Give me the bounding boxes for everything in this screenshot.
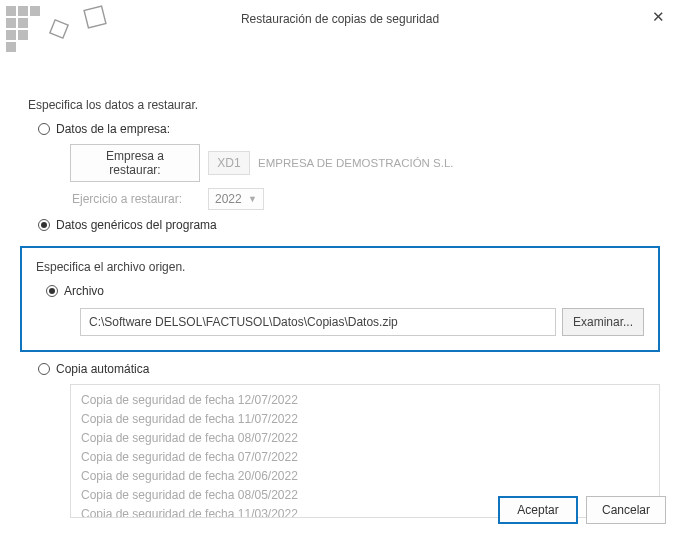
list-item: Copia de seguridad de fecha 20/06/2022 [81,467,649,486]
svg-rect-6 [18,30,28,40]
radio-icon [38,363,50,375]
file-path-input[interactable]: C:\Software DELSOL\FACTUSOL\Datos\Copias… [80,308,556,336]
origin-group: Especifica el archivo origen. Archivo C:… [20,246,660,352]
company-restore-button[interactable]: Empresa a restaurar: [70,144,200,182]
company-name-label: EMPRESA DE DEMOSTRACIÓN S.L. [258,157,454,169]
radio-label-company: Datos de la empresa: [56,122,170,136]
radio-auto-copy[interactable]: Copia automática [38,362,660,376]
close-button[interactable]: ✕ [646,6,670,30]
year-select[interactable]: 2022 ▼ [208,188,264,210]
svg-rect-2 [30,6,40,16]
header-decor-icon [4,4,112,52]
radio-file[interactable]: Archivo [46,284,644,298]
list-item: Copia de seguridad de fecha 12/07/2022 [81,391,649,410]
svg-rect-8 [50,20,68,38]
radio-company-data[interactable]: Datos de la empresa: [38,122,660,136]
radio-icon [38,123,50,135]
year-value: 2022 [215,192,242,206]
section-origin-spec: Especifica el archivo origen. [36,260,644,274]
svg-rect-5 [6,30,16,40]
list-item: Copia de seguridad de fecha 07/07/2022 [81,448,649,467]
section-data-spec: Especifica los datos a restaurar. [28,98,660,112]
radio-icon [46,285,58,297]
list-item: Copia de seguridad de fecha 11/07/2022 [81,410,649,429]
cancel-button[interactable]: Cancelar [586,496,666,524]
titlebar: Restauración de copias de seguridad ✕ [0,0,680,40]
svg-rect-9 [84,6,106,28]
browse-button[interactable]: Examinar... [562,308,644,336]
exercise-label: Ejercicio a restaurar: [70,188,200,210]
radio-label-auto: Copia automática [56,362,149,376]
svg-rect-3 [6,18,16,28]
radio-icon [38,219,50,231]
radio-generic-data[interactable]: Datos genéricos del programa [38,218,660,232]
content-area: Especifica los datos a restaurar. Datos … [0,40,680,518]
window-title: Restauración de copias de seguridad [241,0,439,26]
footer-buttons: Aceptar Cancelar [498,496,666,524]
list-item: Copia de seguridad de fecha 08/07/2022 [81,429,649,448]
company-fields: Empresa a restaurar: XD1 EMPRESA DE DEMO… [70,144,660,210]
svg-rect-7 [6,42,16,52]
svg-rect-4 [18,18,28,28]
svg-rect-1 [18,6,28,16]
company-code-box: XD1 [208,151,250,175]
accept-button[interactable]: Aceptar [498,496,578,524]
radio-label-generic: Datos genéricos del programa [56,218,217,232]
chevron-down-icon: ▼ [248,194,257,204]
svg-rect-0 [6,6,16,16]
radio-label-file: Archivo [64,284,104,298]
